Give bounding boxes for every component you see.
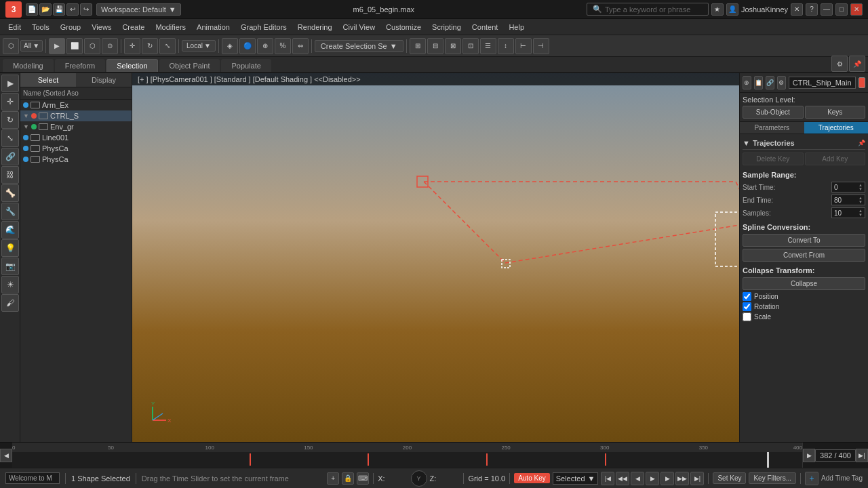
lock-icon[interactable]: 🔒	[342, 472, 354, 485]
list-item[interactable]: Line001	[20, 132, 132, 143]
tool-paint[interactable]: 🖌	[1, 294, 19, 312]
tl-prev-btn[interactable]: ◀	[0, 449, 12, 462]
user-icon[interactable]: 👤	[726, 3, 738, 16]
add-icon[interactable]: +	[327, 472, 339, 485]
layer4-btn[interactable]: ⊡	[462, 38, 479, 54]
pb-last[interactable]: ▶|	[690, 472, 704, 485]
frame-counter[interactable]: 382 / 400	[815, 449, 856, 462]
menu-graph-editors[interactable]: Graph Editors	[235, 21, 292, 33]
pb-next-key[interactable]: ▶▶	[675, 472, 689, 485]
end-time-spinbox[interactable]: 80 ▲ ▼	[831, 195, 865, 205]
tab-freeform[interactable]: Freeform	[55, 59, 106, 72]
menu-views[interactable]: Views	[86, 21, 117, 33]
keys-btn[interactable]: Keys	[805, 106, 866, 119]
key-filters-btn[interactable]: Key Filters...	[749, 472, 796, 484]
create-selection-btn[interactable]: Create Selection Se ▼	[315, 40, 403, 52]
menu-create[interactable]: Create	[117, 21, 150, 33]
rp-icon2[interactable]: 📋	[754, 76, 763, 89]
rotate-btn[interactable]: ↻	[142, 38, 158, 54]
start-time-arrows[interactable]: ▲ ▼	[859, 183, 863, 191]
tool-bone[interactable]: 🦴	[1, 184, 19, 202]
add-time-btn[interactable]: +	[805, 472, 818, 485]
collapse-btn[interactable]: Collapse	[743, 277, 865, 290]
menu-animation[interactable]: Animation	[191, 21, 235, 33]
object-name-box[interactable]: CTRL_Ship_Main	[789, 77, 856, 89]
angle-snap-btn[interactable]: ⊕	[257, 38, 273, 54]
start-time-down[interactable]: ▼	[859, 187, 863, 191]
pb-play[interactable]: ▶	[646, 472, 659, 485]
list-item[interactable]: Arm_Ex	[20, 100, 132, 110]
tool-camera[interactable]: 📷	[1, 258, 19, 275]
menu-customize[interactable]: Customize	[380, 21, 427, 33]
select-region-btn[interactable]: ⬜	[66, 38, 83, 54]
convert-from-btn[interactable]: Convert From	[743, 249, 865, 262]
rotation-checkbox[interactable]	[743, 302, 751, 311]
maximize-btn[interactable]: □	[835, 3, 848, 16]
menu-tools[interactable]: Tools	[26, 21, 55, 33]
end-time-down[interactable]: ▼	[859, 200, 863, 204]
scale-checkbox[interactable]	[743, 312, 751, 321]
tb-undo[interactable]: ↩	[66, 3, 79, 16]
tb-redo[interactable]: ↪	[80, 3, 92, 16]
minimize-btn[interactable]: —	[821, 3, 833, 16]
tb-new[interactable]: 📄	[26, 3, 38, 16]
tool-rotate[interactable]: ↻	[1, 111, 19, 129]
tab-parameters[interactable]: Parameters	[740, 122, 804, 134]
menu-edit[interactable]: Edit	[3, 21, 26, 33]
layer5-btn[interactable]: ☰	[480, 38, 496, 54]
position-checkbox[interactable]	[743, 292, 751, 301]
expand-arrow[interactable]: ▼	[23, 113, 29, 119]
select-fence-btn[interactable]: ⬡	[84, 38, 100, 54]
list-item[interactable]: ▼ CTRL_S	[20, 110, 132, 121]
rp-icon1[interactable]: ⊕	[743, 76, 751, 89]
position-label[interactable]: Position	[754, 293, 778, 300]
list-item[interactable]: PhysCa	[20, 143, 132, 154]
menu-help[interactable]: Help	[503, 21, 530, 33]
layer7-btn[interactable]: ⊢	[515, 38, 532, 54]
filter-dropdown[interactable]: All▼	[20, 40, 43, 52]
menu-modifiers[interactable]: Modifiers	[150, 21, 191, 33]
timeline-playhead[interactable]	[767, 452, 769, 468]
tool-ik[interactable]: 🔧	[1, 203, 19, 220]
tab-pin-btn[interactable]: 📌	[849, 56, 865, 72]
tb-open[interactable]: 📂	[39, 3, 52, 16]
tool-scale[interactable]: ⤡	[1, 129, 19, 147]
keyboard-icon[interactable]: ⌨	[357, 472, 369, 485]
filter-type-btn[interactable]: ⬡	[3, 38, 19, 54]
tl-end-btn[interactable]: ▶|	[856, 449, 868, 462]
set-key-btn[interactable]: Set Key	[713, 472, 746, 484]
menu-civil-view[interactable]: Civil View	[338, 21, 380, 33]
tab-object-paint[interactable]: Object Paint	[159, 59, 220, 72]
tl-next-btn[interactable]: ▶	[803, 449, 815, 462]
snap-btn[interactable]: 🔵	[239, 38, 256, 54]
tab-trajectories[interactable]: Trajectories	[804, 122, 869, 134]
delete-key-btn[interactable]: Delete Key	[743, 152, 804, 165]
object-color-swatch[interactable]	[859, 77, 865, 88]
tool-move[interactable]: ✛	[1, 93, 19, 110]
end-time-arrows[interactable]: ▲ ▼	[859, 196, 863, 204]
pb-prev[interactable]: ◀	[631, 472, 644, 485]
tb-save[interactable]: 💾	[53, 3, 65, 16]
start-time-spinbox[interactable]: 0 ▲ ▼	[831, 182, 865, 192]
tool-space-warp[interactable]: 🌊	[1, 221, 19, 239]
viewport[interactable]: [+ ] [PhysCamera001 ] [Standard ] [Defau…	[132, 73, 739, 442]
help-btn[interactable]: ?	[806, 3, 818, 16]
menu-content[interactable]: Content	[467, 21, 504, 33]
section-pin[interactable]: 📌	[858, 140, 865, 146]
menu-scripting[interactable]: Scripting	[427, 21, 467, 33]
rotation-label[interactable]: Rotation	[754, 303, 779, 310]
select-lasso-btn[interactable]: ⊙	[102, 38, 118, 54]
move-btn[interactable]: ✛	[124, 38, 140, 54]
pivot-btn[interactable]: ◈	[222, 38, 238, 54]
menu-group[interactable]: Group	[55, 21, 87, 33]
sub-object-btn[interactable]: Sub-Object	[743, 106, 804, 119]
rp-icon3[interactable]: 🔗	[766, 76, 774, 89]
rp-icon4[interactable]: ⚙	[777, 76, 786, 89]
trajectories-header[interactable]: ▼ Trajectories 📌	[743, 137, 865, 150]
tool-unlink[interactable]: ⛓	[1, 166, 19, 184]
tab-extra-btn[interactable]: ⚙	[831, 56, 848, 72]
lp-tab-select[interactable]: Select	[20, 73, 76, 87]
tool-link[interactable]: 🔗	[1, 148, 19, 165]
layer1-btn[interactable]: ⊞	[410, 38, 426, 54]
percent-snap-btn[interactable]: %	[275, 38, 291, 54]
